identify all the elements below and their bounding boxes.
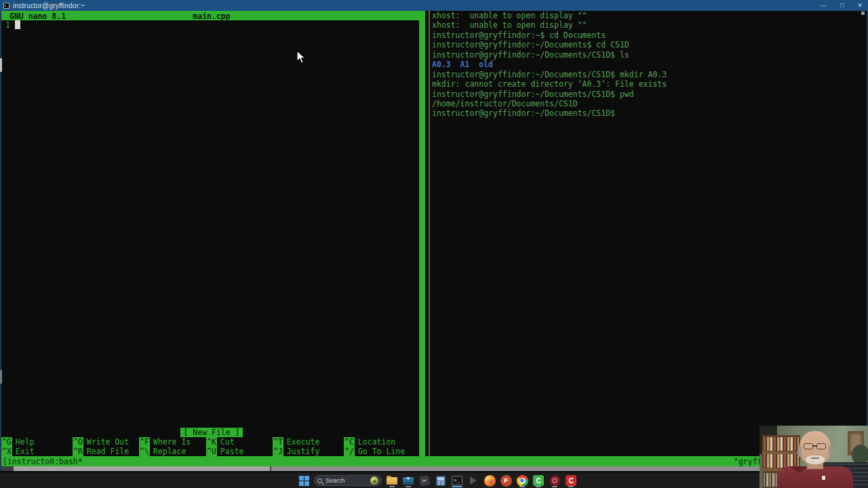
capture-icon: C bbox=[566, 475, 576, 486]
scroll-mark-bottom bbox=[0, 370, 2, 384]
shortcut-go-to-line: ^/Go To Line bbox=[344, 447, 429, 456]
shortcut-write-out: ^OWrite Out bbox=[73, 437, 139, 447]
nano-filename: main.cpp bbox=[1, 12, 422, 21]
chrome-icon bbox=[517, 475, 528, 487]
shortcut-paste: ^UPaste bbox=[206, 447, 273, 456]
terminal-line: xhost: unable to open display "" bbox=[432, 20, 859, 30]
camtasia-icon: C bbox=[533, 475, 544, 486]
terminal-line: /home/instructor/Documents/CS1D bbox=[432, 99, 859, 108]
terminal-icon: >_ bbox=[452, 476, 462, 485]
search-icon bbox=[317, 479, 322, 483]
start-button[interactable] bbox=[298, 475, 310, 487]
firefox-icon bbox=[484, 475, 496, 487]
taskbar-faded-arrow[interactable] bbox=[467, 474, 479, 487]
nano-statusbar: [ New File ] bbox=[1, 428, 422, 437]
mail-icon bbox=[403, 477, 414, 485]
pane-divider[interactable] bbox=[419, 11, 425, 456]
terminal-line-error: mkdir: cannot create directory ‘A0.3’: F… bbox=[432, 79, 859, 89]
terminal-app-icon: >_ bbox=[3, 3, 9, 9]
windows-logo-icon bbox=[304, 481, 309, 486]
terminal-line: instructor@gryffindor:~$ cd Documents bbox=[432, 30, 859, 40]
taskbar-terminal-active[interactable]: >_ bbox=[451, 474, 463, 487]
taskbar-mail[interactable] bbox=[402, 474, 414, 487]
bash-pane[interactable]: xhost: unable to open display "" xhost: … bbox=[432, 11, 859, 119]
nano-status-message: [ New File ] bbox=[180, 428, 242, 437]
calculator-icon bbox=[436, 476, 446, 486]
scrollbar-thumb[interactable] bbox=[14, 466, 271, 471]
folder-icon bbox=[387, 477, 397, 485]
window-title: instructor@gryffindor:~ bbox=[13, 2, 85, 9]
shortcut-read-file: ^RRead File bbox=[73, 447, 139, 456]
window-titlebar: >_ instructor@gryffindor:~ — □ ✕ bbox=[0, 0, 868, 11]
tmux-status-bar: [instructo0:bash* "gryffindor" bbox=[1, 456, 867, 466]
terminal-line: instructor@gryffindor:~/Documents/CS1D$ … bbox=[432, 50, 859, 60]
webcam-person-hair bbox=[797, 446, 802, 457]
windows-logo-icon bbox=[299, 476, 304, 481]
maximize-button[interactable]: □ bbox=[840, 0, 844, 11]
shortcut-execute: ^TExecute bbox=[273, 437, 344, 447]
webcam-person-beard bbox=[806, 455, 825, 464]
shortcut-cut: ^KCut bbox=[206, 437, 273, 447]
nano-shortcuts: ^GHelp ^OWrite Out ^FWhere Is ^KCut ^TEx… bbox=[1, 437, 429, 456]
horizontal-scrollbar[interactable] bbox=[1, 466, 867, 471]
terminal-prompt: instructor@gryffindor:~/Documents/CS1D$ bbox=[432, 108, 859, 118]
maroon-circle-app-icon bbox=[549, 475, 561, 487]
taskbar-maroon-circle-app[interactable] bbox=[549, 474, 561, 487]
shortcut-justify: ^JJustify bbox=[273, 447, 344, 456]
webcam-person-mouth bbox=[811, 458, 819, 459]
taskbar-file-explorer[interactable] bbox=[386, 474, 398, 487]
faded-arrow-icon bbox=[470, 476, 477, 485]
close-button[interactable]: ✕ bbox=[857, 0, 863, 11]
tmux-pane-border bbox=[429, 11, 430, 456]
taskbar: Search ✂ >_ P C C bbox=[0, 472, 868, 488]
terminal-line: instructor@gryffindor:~/Documents/CS1D$ … bbox=[432, 70, 859, 79]
terminal-line: instructor@gryffindor:~/Documents$ cd CS… bbox=[432, 40, 859, 49]
desktop-screen: >_ instructor@gryffindor:~ — □ ✕ GNU nan… bbox=[0, 0, 868, 488]
taskbar-powerpoint[interactable]: P bbox=[500, 474, 512, 487]
webcam-shirt-emblem bbox=[822, 476, 825, 480]
powerpoint-icon: P bbox=[500, 475, 512, 487]
glasses-icon bbox=[803, 443, 827, 450]
webcam-overlay bbox=[760, 426, 868, 488]
shortcut-location: ^CLocation bbox=[344, 437, 429, 447]
taskbar-camtasia[interactable]: C bbox=[532, 474, 545, 487]
scroll-mark-top bbox=[0, 58, 2, 72]
windows-logo-icon bbox=[304, 476, 309, 481]
shortcut-exit: ^XExit bbox=[1, 447, 73, 456]
shortcut-help: ^GHelp bbox=[1, 437, 73, 447]
tmux-session-window-label: [instructo0:bash* bbox=[3, 457, 83, 466]
terminal-line: xhost: unable to open display "" bbox=[432, 11, 859, 20]
webcam-person-shirt bbox=[777, 466, 853, 488]
taskbar-calculator[interactable] bbox=[435, 474, 447, 487]
webcam-person-hair bbox=[829, 446, 833, 457]
terminal-line-directory-listing: A0.3 A1 old bbox=[432, 60, 859, 69]
search-label: Search bbox=[326, 477, 370, 484]
minimize-button[interactable]: — bbox=[821, 0, 827, 11]
terminal-line: instructor@gryffindor:~/Documents/CS1D$ … bbox=[432, 89, 859, 99]
nano-line-number: 1 bbox=[5, 20, 10, 30]
taskbar-search[interactable]: Search bbox=[314, 475, 382, 486]
search-highlight-icon bbox=[370, 476, 378, 485]
shortcut-replace: ^\Replace bbox=[139, 447, 206, 456]
nano-text-cursor bbox=[15, 20, 20, 29]
taskbar-firefox[interactable] bbox=[484, 474, 496, 487]
nano-header: GNU nano 8.1 main.cpp bbox=[1, 11, 422, 20]
taskbar-capture[interactable]: C bbox=[565, 474, 577, 487]
snipping-tool-icon: ✂ bbox=[419, 475, 430, 486]
mouse-cursor-icon bbox=[296, 50, 307, 65]
windows-logo-icon bbox=[299, 481, 304, 486]
scroll-mark-right bbox=[861, 12, 865, 15]
window-border-left bbox=[0, 11, 1, 472]
shortcut-where-is: ^FWhere Is bbox=[139, 437, 206, 447]
taskbar-chrome[interactable] bbox=[516, 474, 528, 487]
taskbar-snipping-tool[interactable]: ✂ bbox=[418, 474, 431, 487]
scrollbar-left-button[interactable] bbox=[1, 466, 14, 471]
